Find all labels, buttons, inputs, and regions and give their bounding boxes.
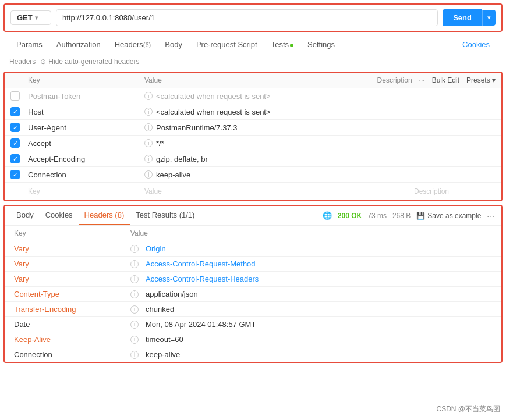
response-status: 200 OK <box>338 212 362 220</box>
r-value: i Mon, 08 Apr 2024 01:48:57 GMT <box>130 320 492 329</box>
tab-body[interactable]: Body <box>158 35 189 55</box>
r-value: i timeout=60 <box>130 335 492 344</box>
table-row: Accept i */* <box>5 136 501 151</box>
tab-cookies[interactable]: Cookies <box>455 35 497 55</box>
send-button[interactable]: Send <box>443 9 482 26</box>
r-value-text: Access-Control-Request-Method <box>146 259 256 268</box>
info-icon[interactable]: i <box>130 351 139 359</box>
r-value-text: Access-Control-Request-Headers <box>146 275 259 283</box>
sub-header: Headers ⊙ Hide auto-generated headers <box>0 55 506 68</box>
response-col-value: Value <box>130 229 492 237</box>
tab-params[interactable]: Params <box>9 35 49 55</box>
value-accept-encoding: gzip, deflate, br <box>156 155 208 163</box>
eye-icon: ⊙ <box>40 58 46 66</box>
r-key: Content-Type <box>14 290 130 298</box>
hide-auto-headers-btn[interactable]: ⊙ Hide auto-generated headers <box>40 58 139 66</box>
tab-authorization[interactable]: Authorization <box>49 35 108 55</box>
col-description-label: Description <box>377 76 412 84</box>
send-arrow-button[interactable]: ▾ <box>482 10 496 26</box>
url-input[interactable] <box>56 9 438 26</box>
send-button-group: Send ▾ <box>443 9 496 26</box>
value-postman-token: <calculated when request is sent> <box>156 92 271 101</box>
r-value-text: Origin <box>146 244 166 253</box>
response-row: Vary i Access-Control-Request-Method <box>5 257 501 272</box>
save-example-button[interactable]: 💾 Save as example <box>416 212 481 220</box>
r-value: i Access-Control-Request-Headers <box>130 275 492 283</box>
info-icon[interactable]: i <box>144 108 153 116</box>
tests-dot <box>290 44 293 47</box>
request-headers-section: Key Value Description ··· Bulk Edit Pres… <box>3 72 503 201</box>
info-icon[interactable]: i <box>144 170 153 179</box>
info-icon[interactable]: i <box>130 321 139 329</box>
checkbox-host[interactable] <box>10 107 20 116</box>
tab-tests[interactable]: Tests <box>264 35 300 55</box>
table-row: Connection i keep-alive <box>5 167 501 183</box>
r-key: Transfer-Encoding <box>14 305 130 314</box>
info-icon[interactable]: i <box>144 92 153 100</box>
empty-value-placeholder: Value <box>144 187 414 195</box>
r-value: i Origin <box>130 244 492 253</box>
r-value-text: keep-alive <box>146 350 180 359</box>
bulk-edit-button[interactable]: Bulk Edit <box>432 76 459 84</box>
globe-icon: 🌐 <box>323 211 332 220</box>
info-icon[interactable]: i <box>130 245 139 253</box>
r-key: Date <box>14 320 130 329</box>
info-icon[interactable]: i <box>130 260 139 268</box>
col-key-label: Key <box>28 76 144 84</box>
response-tab-cookies[interactable]: Cookies <box>40 206 79 225</box>
r-value: i Access-Control-Request-Method <box>130 259 492 268</box>
info-icon[interactable]: i <box>130 290 139 298</box>
presets-button[interactable]: Presets ▾ <box>466 76 496 84</box>
response-row: Keep-Alive i timeout=60 <box>5 332 501 347</box>
method-select[interactable]: GET ▾ <box>10 10 51 25</box>
value-host: <calculated when request is sent> <box>156 108 271 116</box>
response-size: 268 B <box>392 212 411 220</box>
r-key: Vary <box>14 259 130 268</box>
key-postman-token: Postman-Token <box>28 92 144 101</box>
checkbox-connection[interactable] <box>10 170 20 179</box>
response-row: Content-Type i application/json <box>5 287 501 302</box>
info-icon[interactable]: i <box>144 123 153 131</box>
r-value: i chunked <box>130 305 492 314</box>
r-value-text: chunked <box>146 305 174 314</box>
response-tab-headers[interactable]: Headers (8) <box>79 206 130 225</box>
response-row: Transfer-Encoding i chunked <box>5 302 501 317</box>
response-tab-test-results[interactable]: Test Results (1/1) <box>130 206 200 225</box>
response-row: Date i Mon, 08 Apr 2024 01:48:57 GMT <box>5 317 501 332</box>
response-tab-body[interactable]: Body <box>10 206 40 225</box>
col-value-label: Value <box>144 76 321 84</box>
r-key: Connection <box>14 350 130 359</box>
save-icon: 💾 <box>416 212 425 220</box>
info-icon[interactable]: i <box>130 275 139 283</box>
tab-pre-request[interactable]: Pre-request Script <box>189 35 264 55</box>
checkbox-accept[interactable] <box>10 138 20 148</box>
checkbox-postman-token[interactable] <box>10 91 20 101</box>
r-value-text: timeout=60 <box>146 335 183 344</box>
hide-label: Hide auto-generated headers <box>48 58 139 66</box>
info-icon[interactable]: i <box>130 305 139 314</box>
response-time: 73 ms <box>367 212 387 220</box>
table-row: Host i <calculated when request is sent> <box>5 104 501 120</box>
info-icon[interactable]: i <box>144 155 153 163</box>
r-value: i keep-alive <box>130 350 492 359</box>
response-col-key: Key <box>14 229 130 237</box>
request-tabs: Params Authorization Headers(6) Body Pre… <box>0 35 506 55</box>
headers-table-header: Key Value Description ··· Bulk Edit Pres… <box>5 73 501 88</box>
watermark: CSDN @不当菜鸟图 <box>436 404 500 414</box>
r-key: Keep-Alive <box>14 335 130 344</box>
response-row: Vary i Origin <box>5 241 501 257</box>
checkbox-user-agent[interactable] <box>10 123 20 132</box>
response-row: Connection i keep-alive <box>5 347 501 362</box>
tab-headers[interactable]: Headers(6) <box>108 35 158 55</box>
value-user-agent: PostmanRuntime/7.37.3 <box>156 123 237 132</box>
info-icon[interactable]: i <box>144 139 153 147</box>
save-label: Save as example <box>427 212 481 220</box>
r-key: Vary <box>14 275 130 283</box>
headers-sub-label: Headers <box>9 58 36 66</box>
more-options-button[interactable]: ··· <box>487 211 496 220</box>
info-icon[interactable]: i <box>130 336 139 344</box>
tab-settings[interactable]: Settings <box>300 35 342 55</box>
checkbox-accept-encoding[interactable] <box>10 154 20 163</box>
key-user-agent: User-Agent <box>28 123 144 132</box>
method-chevron: ▾ <box>35 15 38 21</box>
